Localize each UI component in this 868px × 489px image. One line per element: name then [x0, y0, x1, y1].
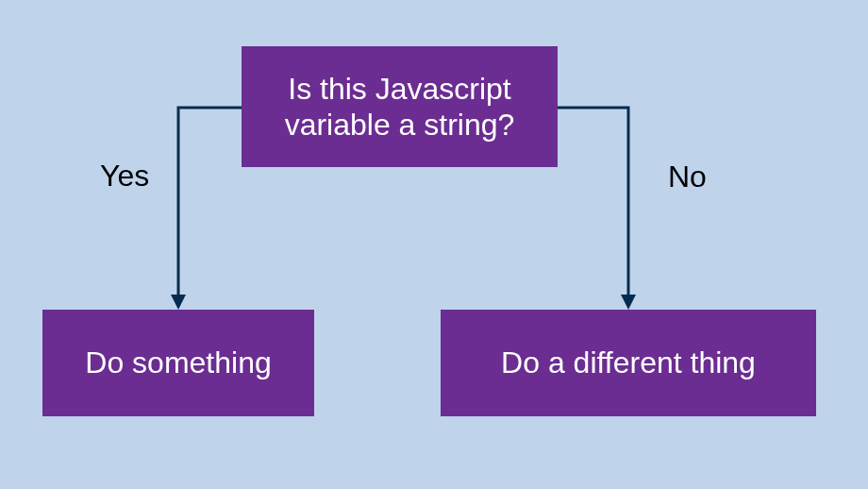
- yes-arrowhead: [171, 295, 186, 310]
- no-branch-label: No: [668, 160, 707, 194]
- no-connector: [558, 108, 628, 298]
- yes-action-node: Do something: [42, 310, 314, 416]
- yes-action-text: Do something: [85, 345, 271, 380]
- decision-node: Is this Javascript variable a string?: [242, 46, 558, 167]
- yes-connector: [178, 108, 242, 298]
- yes-branch-label: Yes: [100, 159, 149, 194]
- no-action-node: Do a different thing: [441, 310, 816, 416]
- no-arrowhead: [621, 295, 636, 310]
- decision-text: Is this Javascript variable a string?: [260, 71, 539, 143]
- no-action-text: Do a different thing: [501, 345, 756, 380]
